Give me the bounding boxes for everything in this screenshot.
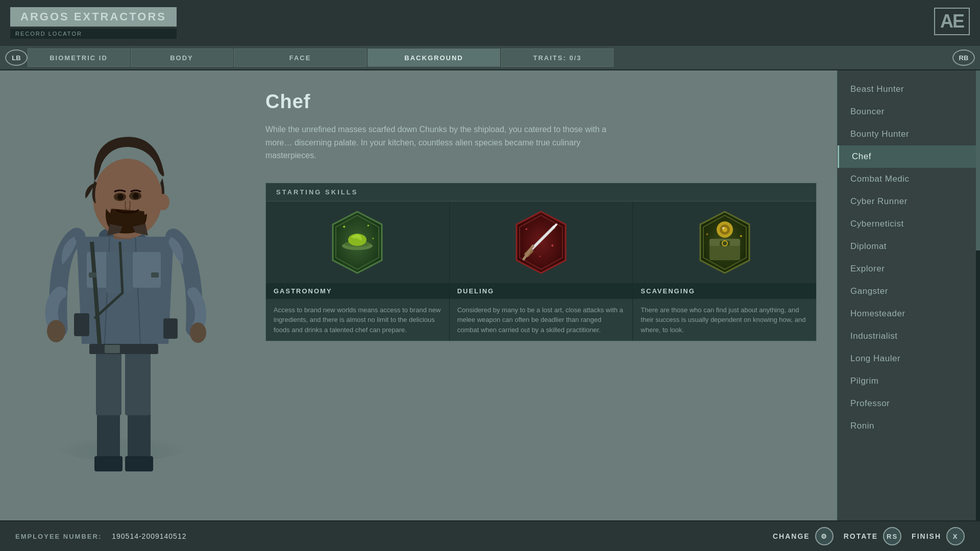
title-section: ARGOS EXTRACTORS RECORD LOCATOR xyxy=(0,0,187,46)
top-bar: ARGOS EXTRACTORS RECORD LOCATOR AE xyxy=(0,0,980,46)
app-title: ARGOS EXTRACTORS xyxy=(10,7,177,27)
bottom-bar: EMPLOYEE NUMBER: 190514-2009140512 CHANG… xyxy=(0,520,980,551)
character-portrait xyxy=(20,104,225,487)
rb-button[interactable]: RB xyxy=(952,49,975,66)
finish-icon: X xyxy=(946,527,965,545)
skills-header: STARTING SKILLS xyxy=(266,183,816,202)
sidebar-item-explorer[interactable]: Explorer xyxy=(838,258,980,280)
info-panel: Chef While the unrefined masses scarfed … xyxy=(245,70,837,520)
right-sidebar: Beast Hunter Bouncer Bounty Hunter Chef … xyxy=(837,70,980,520)
sidebar-item-diplomat[interactable]: Diplomat xyxy=(838,235,980,258)
dueling-badge: ✦ ✦ ✦ xyxy=(510,209,572,276)
svg-point-20 xyxy=(117,194,124,200)
nav-tabs: LB BIOMETRIC ID BODY FACE BACKGROUND TRA… xyxy=(0,46,980,70)
tab-face[interactable]: FACE xyxy=(234,48,366,67)
svg-rect-10 xyxy=(133,252,161,288)
skill-name-dueling: DUELING xyxy=(450,283,633,299)
svg-rect-15 xyxy=(163,318,178,339)
svg-rect-24 xyxy=(151,272,159,278)
skill-icon-scavenging: ✦ ✦ xyxy=(633,202,816,283)
svg-rect-23 xyxy=(89,272,96,278)
rotate-icon: RS xyxy=(883,527,901,545)
skill-name-scavenging: SCAVENGING xyxy=(633,283,816,299)
svg-point-46 xyxy=(722,227,724,229)
svg-text:✦: ✦ xyxy=(550,243,554,248)
svg-rect-41 xyxy=(720,241,730,246)
sidebar-item-pilgrim[interactable]: Pilgrim xyxy=(838,370,980,392)
tab-body[interactable]: BODY xyxy=(131,48,233,67)
employee-number: 190514-2009140512 xyxy=(112,532,186,540)
skill-desc-dueling: Considered by many to be a lost art, clo… xyxy=(450,299,633,341)
employee-label: EMPLOYEE NUMBER: xyxy=(15,533,102,540)
sidebar-item-homesteader[interactable]: Homesteader xyxy=(838,303,980,325)
portrait-area xyxy=(0,70,245,520)
sidebar-item-cyber-runner[interactable]: Cyber Runner xyxy=(838,190,980,213)
svg-point-0 xyxy=(56,431,189,461)
sidebar-item-bouncer[interactable]: Bouncer xyxy=(838,101,980,123)
change-icon: ⚙ xyxy=(815,527,834,545)
svg-rect-3 xyxy=(94,456,122,471)
scrollbar[interactable] xyxy=(976,70,980,520)
skill-desc-scavenging: There are those who can find just about … xyxy=(633,299,816,341)
svg-text:✦: ✦ xyxy=(525,227,528,232)
svg-text:✦: ✦ xyxy=(705,232,709,237)
skill-desc-gastronomy: Access to brand new worlds means access … xyxy=(266,299,449,341)
scrollbar-thumb xyxy=(976,70,980,251)
svg-point-13 xyxy=(190,322,206,343)
sidebar-item-gangster[interactable]: Gangster xyxy=(838,280,980,303)
svg-rect-8 xyxy=(105,345,120,353)
skill-icon-gastronomy: ✦ ✦ ✦ xyxy=(266,202,449,283)
background-name: Chef xyxy=(265,91,817,113)
svg-rect-14 xyxy=(74,313,89,336)
bottom-actions: CHANGE ⚙ ROTATE RS FINISH X xyxy=(773,527,965,545)
skill-icon-dueling: ✦ ✦ ✦ xyxy=(450,202,633,283)
rotate-button[interactable]: ROTATE RS xyxy=(844,527,901,545)
sidebar-item-professor[interactable]: Professor xyxy=(838,392,980,415)
svg-rect-7 xyxy=(89,344,158,354)
sidebar-item-combat-medic[interactable]: Combat Medic xyxy=(838,168,980,190)
sidebar-item-bounty-hunter[interactable]: Bounty Hunter xyxy=(838,123,980,145)
rotate-label: ROTATE xyxy=(844,532,878,540)
sidebar-item-industrialist[interactable]: Industrialist xyxy=(838,325,980,347)
gastronomy-badge: ✦ ✦ ✦ xyxy=(327,209,388,276)
sidebar-item-chef[interactable]: Chef xyxy=(838,145,980,168)
record-locator: RECORD LOCATOR xyxy=(10,29,177,39)
svg-rect-6 xyxy=(125,349,151,415)
character-svg xyxy=(26,114,219,487)
skills-grid: ✦ ✦ ✦ GASTRONOMY Access to brand new wor… xyxy=(266,202,816,341)
svg-point-12 xyxy=(47,320,65,342)
svg-rect-11 xyxy=(106,252,132,293)
lb-button[interactable]: LB xyxy=(5,49,28,66)
change-button[interactable]: CHANGE ⚙ xyxy=(773,527,834,545)
finish-button[interactable]: FINISH X xyxy=(912,527,965,545)
svg-point-21 xyxy=(133,193,139,199)
svg-text:✦: ✦ xyxy=(739,234,743,239)
tab-background[interactable]: BACKGROUND xyxy=(368,48,500,67)
skill-card-dueling: ✦ ✦ ✦ DUELING Considered by many to be a… xyxy=(450,202,633,341)
background-description: While the unrefined masses scarfed down … xyxy=(265,123,623,162)
sidebar-item-long-hauler[interactable]: Long Hauler xyxy=(838,347,980,370)
finish-label: FINISH xyxy=(912,532,941,540)
skills-container: STARTING SKILLS xyxy=(265,183,817,342)
svg-rect-5 xyxy=(96,349,121,415)
svg-text:✦: ✦ xyxy=(538,255,542,258)
sidebar-item-cyberneticist[interactable]: Cyberneticist xyxy=(838,213,980,235)
skill-name-gastronomy: GASTRONOMY xyxy=(266,283,449,299)
main-content: Chef While the unrefined masses scarfed … xyxy=(0,70,980,520)
svg-text:✦: ✦ xyxy=(372,237,375,240)
skill-card-gastronomy: ✦ ✦ ✦ GASTRONOMY Access to brand new wor… xyxy=(266,202,449,341)
sidebar-item-beast-hunter[interactable]: Beast Hunter xyxy=(838,78,980,101)
tab-biometric[interactable]: BIOMETRIC ID xyxy=(28,48,130,67)
svg-text:✦: ✦ xyxy=(366,223,370,228)
tab-traits[interactable]: TRAITS: 0/3 xyxy=(501,48,614,67)
svg-text:✦: ✦ xyxy=(342,224,346,230)
change-label: CHANGE xyxy=(773,532,810,540)
svg-rect-4 xyxy=(125,456,153,471)
skill-card-scavenging: ✦ ✦ SCAVENGING There are those who can f… xyxy=(633,202,816,341)
svg-point-22 xyxy=(157,194,169,210)
scavenging-badge: ✦ ✦ xyxy=(694,209,755,276)
ae-logo: AE xyxy=(934,8,970,35)
sidebar-item-ronin[interactable]: Ronin xyxy=(838,415,980,437)
